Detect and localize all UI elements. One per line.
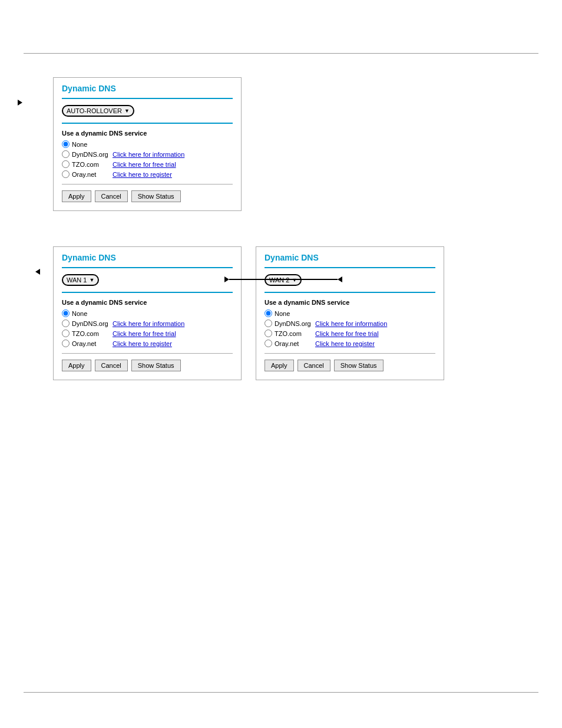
radio-tzo-top-label: TZO.com [72, 161, 110, 168]
radio-none-w1: None [62, 309, 233, 317]
radio-oray-w2-label: Oray.net [275, 340, 313, 347]
button-row-top: Apply Cancel Show Status [62, 184, 233, 202]
tzo-w2-link[interactable]: Click here for free trial [315, 330, 379, 337]
dns-divider-wan2b [265, 292, 435, 293]
radio-tzo-top: TZO.com Click here for free trial [62, 160, 233, 168]
dns-panel-wan1: Dynamic DNS WAN 1 ▼ Use a dynamic DNS se… [53, 246, 242, 380]
radio-none-w2-label: None [275, 310, 313, 317]
wan1-label: WAN 1 [67, 276, 87, 284]
radio-oray-w2-input[interactable] [265, 340, 272, 347]
show-status-button-wan2[interactable]: Show Status [334, 360, 384, 371]
radio-dyn-w1-label: DynDNS.org [72, 320, 110, 327]
show-status-button-wan1[interactable]: Show Status [131, 360, 181, 371]
bidir-left-head [224, 276, 229, 282]
radio-tzo-w2: TZO.com Click here for free trial [265, 330, 435, 337]
dns-panel-wan2: Dynamic DNS WAN 2 ▼ Use a dynamic DNS se… [256, 246, 444, 380]
radio-tzo-w1-label: TZO.com [72, 330, 110, 337]
top-arrow [18, 100, 22, 106]
radio-dyn-w2: DynDNS.org Click here for information [265, 319, 435, 327]
wan1-left-arrow [35, 269, 40, 275]
dns-divider-wan1 [62, 267, 233, 268]
radio-dyn-top-input[interactable] [62, 150, 70, 158]
wan1-left-arrowhead [35, 269, 40, 275]
dns-panel-top-title: Dynamic DNS [62, 84, 233, 93]
dns-divider-wan1b [62, 292, 233, 293]
dns-divider-wan2 [265, 267, 435, 268]
button-row-wan1: Apply Cancel Show Status [62, 353, 233, 371]
dns-panel-top-divider2 [62, 123, 233, 124]
radio-none-top-label: None [72, 141, 110, 148]
radio-tzo-w2-input[interactable] [265, 330, 272, 337]
bottom-rule [24, 692, 538, 693]
tzo-top-link[interactable]: Click here for free trial [113, 161, 176, 168]
radio-dyn-top: DynDNS.org Click here for information [62, 150, 233, 158]
radio-oray-top-label: Oray.net [72, 171, 110, 178]
wan1-dropdown[interactable]: WAN 1 ▼ [62, 274, 99, 286]
apply-button-wan1[interactable]: Apply [62, 360, 91, 371]
apply-button-wan2[interactable]: Apply [265, 360, 294, 371]
bidir-line [229, 279, 338, 280]
cancel-button-wan2[interactable]: Cancel [297, 360, 330, 371]
oray-w1-link[interactable]: Click here to register [113, 340, 172, 347]
radio-dyn-w1: DynDNS.org Click here for information [62, 319, 233, 327]
radio-none-top: None [62, 140, 233, 148]
dyn-w2-link[interactable]: Click here for information [315, 320, 387, 327]
radio-dyn-w2-input[interactable] [265, 319, 272, 327]
radio-none-w1-input[interactable] [62, 309, 70, 317]
dual-panel-row: Dynamic DNS WAN 1 ▼ Use a dynamic DNS se… [53, 246, 527, 380]
service-label-top: Use a dynamic DNS service [62, 130, 233, 137]
bidir-right-head [338, 276, 342, 282]
radio-tzo-w1: TZO.com Click here for free trial [62, 330, 233, 337]
radio-oray-w1: Oray.net Click here to register [62, 340, 233, 347]
service-label-wan1: Use a dynamic DNS service [62, 299, 233, 306]
tzo-w1-link[interactable]: Click here for free trial [113, 330, 176, 337]
show-status-button-top[interactable]: Show Status [131, 190, 181, 202]
top-rule [24, 53, 538, 54]
cancel-button-wan1[interactable]: Cancel [95, 360, 128, 371]
dns-panel-top: Dynamic DNS AUTO-ROLLOVER ▼ Use a dynami… [53, 77, 242, 211]
dropdown-arrow-icon: ▼ [124, 108, 130, 114]
cancel-button-top[interactable]: Cancel [95, 190, 128, 202]
radio-oray-top-input[interactable] [62, 170, 70, 178]
radio-dyn-w1-input[interactable] [62, 319, 70, 327]
radio-none-w1-label: None [72, 310, 110, 317]
radio-none-top-input[interactable] [62, 140, 70, 148]
radio-none-w2: None [265, 309, 435, 317]
radio-tzo-w2-label: TZO.com [275, 330, 313, 337]
oray-w2-link[interactable]: Click here to register [315, 340, 375, 347]
top-panel-section: Dynamic DNS AUTO-ROLLOVER ▼ Use a dynami… [35, 77, 527, 211]
dyn-top-link[interactable]: Click here for information [113, 151, 184, 158]
radio-oray-top: Oray.net Click here to register [62, 170, 233, 178]
bottom-panels-section: Dynamic DNS WAN 1 ▼ Use a dynamic DNS se… [35, 246, 527, 380]
dns-panel-wan2-title: Dynamic DNS [265, 253, 435, 262]
auto-rollover-label: AUTO-ROLLOVER [67, 107, 122, 114]
service-label-wan2: Use a dynamic DNS service [265, 299, 435, 306]
dns-panel-top-divider [62, 98, 233, 99]
button-row-wan2: Apply Cancel Show Status [265, 353, 435, 371]
apply-button-top[interactable]: Apply [62, 190, 91, 202]
radio-oray-w2: Oray.net Click here to register [265, 340, 435, 347]
dns-panel-wan1-title: Dynamic DNS [62, 253, 233, 262]
radio-oray-w1-label: Oray.net [72, 340, 110, 347]
bidir-arrow [224, 276, 342, 282]
radio-dyn-top-label: DynDNS.org [72, 151, 110, 158]
radio-dyn-w2-label: DynDNS.org [275, 320, 313, 327]
auto-rollover-dropdown[interactable]: AUTO-ROLLOVER ▼ [62, 105, 134, 117]
oray-top-link[interactable]: Click here to register [113, 171, 172, 178]
wan1-dropdown-arrow-icon: ▼ [89, 277, 94, 283]
dyn-w1-link[interactable]: Click here for information [113, 320, 184, 327]
top-arrow-head [18, 100, 22, 106]
radio-oray-w1-input[interactable] [62, 340, 70, 347]
radio-none-w2-input[interactable] [265, 309, 272, 317]
radio-tzo-top-input[interactable] [62, 160, 70, 168]
radio-tzo-w1-input[interactable] [62, 330, 70, 337]
